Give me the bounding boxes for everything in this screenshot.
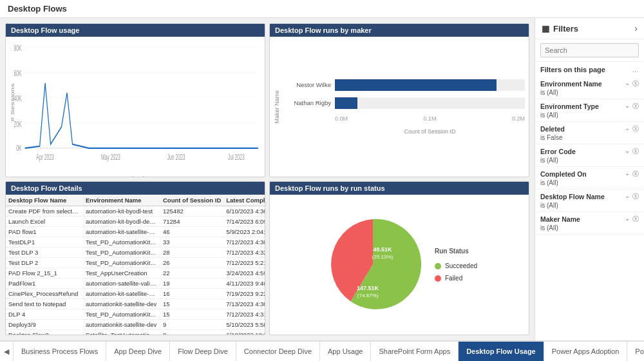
filter-item-name: Environment Name — [540, 80, 602, 88]
table-cell-1: automation-kit-satellite-dev — [83, 227, 160, 237]
filter-clear-icon[interactable]: Ⓧ — [632, 147, 639, 156]
details-table-container[interactable]: Desktop Flow Name Environment Name Count… — [6, 195, 265, 335]
filter-expand-icon[interactable]: ⌄ — [625, 79, 630, 88]
filter-clear-icon[interactable]: Ⓧ — [632, 170, 639, 179]
filter-item-controls[interactable]: ⌄ Ⓧ — [625, 170, 639, 179]
tab-app-usage[interactable]: App Usage — [320, 342, 371, 361]
table-cell-0: Create PDF from selected PDF page(s) - C… — [6, 206, 83, 217]
filter-item-value: is (All) — [540, 224, 639, 231]
tab-sharepoint-form-apps[interactable]: SharePoint Form Apps — [371, 342, 459, 361]
filter-item[interactable]: Maker Name ⌄ Ⓧ is (All) — [535, 212, 644, 235]
filter-item-controls[interactable]: ⌄ Ⓧ — [625, 215, 639, 224]
table-cell-2: 22 — [160, 268, 223, 278]
tab-power-apps-adoption[interactable]: Power Apps Adoption — [544, 342, 628, 361]
svg-text:Jul 2023: Jul 2023 — [228, 153, 245, 162]
table-row: CinePlex_ProcessRefundautomation-kit-sat… — [6, 289, 265, 299]
tab-desktop-flow-usage[interactable]: Desktop Flow Usage — [459, 342, 544, 361]
filter-item[interactable]: Completed On ⌄ Ⓧ is (All) — [535, 167, 644, 190]
filter-item-value: is (All) — [540, 112, 639, 119]
legend-dot-failed — [435, 275, 441, 282]
table-row: Send text to Notepadautomationkit-satell… — [6, 299, 265, 309]
filters-close-button[interactable]: › — [634, 23, 638, 34]
table-cell-0: Send text to Notepad — [6, 299, 83, 309]
col-flow-name: Desktop Flow Name — [6, 195, 83, 206]
table-cell-0: PAD flow1 — [6, 227, 83, 237]
filter-item-header: Deleted ⌄ Ⓧ — [540, 124, 639, 133]
filter-item[interactable]: Environment Type ⌄ Ⓧ is (All) — [535, 99, 644, 122]
tab-app-deep-dive[interactable]: App Deep Dive — [106, 342, 170, 361]
filter-expand-icon[interactable]: ⌄ — [625, 192, 630, 201]
filter-item[interactable]: Environment Name ⌄ Ⓧ is (All) — [535, 77, 644, 99]
svg-text:Apr 2023: Apr 2023 — [36, 153, 53, 162]
table-cell-0: Deploy3/9 — [6, 320, 83, 330]
filter-item[interactable]: Error Code ⌄ Ⓧ is (All) — [535, 144, 644, 167]
filter-item-header: Error Code ⌄ Ⓧ — [540, 147, 639, 156]
tab-power[interactable]: Power — [627, 342, 644, 361]
filter-expand-icon[interactable]: ⌄ — [625, 102, 630, 111]
filter-item[interactable]: Desktop Flow Name ⌄ Ⓧ is (All) — [535, 190, 644, 212]
table-cell-2: 28 — [160, 248, 223, 258]
tab-nav-left[interactable]: ◀ — [0, 342, 14, 361]
svg-text:0K: 0K — [16, 144, 22, 153]
table-cell-3: 7/12/2023 4:31:16 AM — [223, 309, 265, 320]
filter-item-controls[interactable]: ⌄ Ⓧ — [625, 124, 639, 133]
table-cell-2: 33 — [160, 237, 223, 248]
filters-on-this-page-section: Filters on this page … — [535, 62, 644, 75]
filter-clear-icon[interactable]: Ⓧ — [632, 192, 639, 201]
col-session-count: Count of Session ID — [160, 195, 223, 206]
filter-clear-icon[interactable]: Ⓧ — [632, 79, 639, 88]
dashboard: Desktop Flow usage 80K 60K 40K 20K 0K — [0, 18, 535, 340]
filter-item-name: Environment Type — [540, 102, 599, 110]
filter-expand-icon[interactable]: ⌄ — [625, 215, 630, 224]
table-cell-1: automationkit-satellite-dev — [83, 320, 160, 330]
table-cell-2: 125482 — [160, 206, 223, 217]
table-cell-2: 26 — [160, 258, 223, 268]
table-cell-1: automationkit-satellite-dev — [83, 299, 160, 309]
table-cell-0: Desktop Flow2 — [6, 330, 83, 335]
svg-text:Jun 2023: Jun 2023 — [167, 153, 185, 162]
filter-expand-icon[interactable]: ⌄ — [625, 124, 630, 133]
filter-item-controls[interactable]: ⌄ Ⓧ — [625, 192, 639, 201]
table-cell-1: Test_PD_AutomationKit_Satellite — [83, 258, 160, 268]
pie-chart-wrapper: 49.51K (25.13%) 147.51K (74.87%) — [321, 213, 424, 317]
filters-list: Environment Name ⌄ Ⓧ is (All) Environmen… — [535, 75, 644, 340]
tab-connector-deep-dive[interactable]: Connector Deep Dive — [236, 342, 320, 361]
filter-expand-icon[interactable]: ⌄ — [625, 147, 630, 156]
pie-chart-svg: 49.51K (25.13%) 147.51K (74.87%) — [321, 213, 424, 316]
svg-text:80K: 80K — [14, 44, 22, 53]
filters-section-more[interactable]: … — [632, 66, 639, 73]
usage-chart-card: Desktop Flow usage 80K 60K 40K 20K 0K — [5, 23, 265, 177]
filter-item-controls[interactable]: ⌄ Ⓧ — [625, 79, 639, 88]
filter-clear-icon[interactable]: Ⓧ — [632, 124, 639, 133]
filters-title-label: Filters — [553, 24, 578, 34]
filter-item-header: Completed On ⌄ Ⓧ — [540, 170, 639, 179]
svg-text:May 2023: May 2023 — [101, 153, 120, 162]
tab-flow-deep-dive[interactable]: Flow Deep Dive — [170, 342, 236, 361]
maker-x-tick-2: 0.2M — [512, 115, 525, 122]
maker-x-label: Count of Session ID — [283, 128, 525, 135]
filters-header: ▦ Filters › — [535, 18, 644, 39]
maker-x-ticks: 0.0M 0.1M 0.2M — [283, 115, 525, 122]
table-row: PAD Flow 2_15_1Test_AppUserCreation223/2… — [6, 268, 265, 278]
table-row: DLP 4Test_PD_AutomationKit_Satellite157/… — [6, 309, 265, 320]
maker-x-tick-1: 0.1M — [423, 115, 436, 122]
filter-clear-icon[interactable]: Ⓧ — [632, 215, 639, 224]
filter-item-header: Environment Type ⌄ Ⓧ — [540, 102, 639, 111]
table-cell-3: 5/10/2023 5:58:05 AM — [223, 320, 265, 330]
filter-expand-icon[interactable]: ⌄ — [625, 170, 630, 179]
tab-business-process-flows[interactable]: Business Process Flows — [14, 342, 106, 361]
filter-item-controls[interactable]: ⌄ Ⓧ — [625, 102, 639, 111]
filter-item-controls[interactable]: ⌄ Ⓧ — [625, 147, 639, 156]
table-cell-0: Test DLP 3 — [6, 248, 83, 258]
tabs-container: Business Process FlowsApp Deep DiveFlow … — [14, 342, 644, 361]
svg-text:# Sessions: # Sessions — [10, 83, 15, 121]
col-env-name: Environment Name — [83, 195, 160, 206]
table-row: Test DLP 2Test_PD_AutomationKit_Satellit… — [6, 258, 265, 268]
table-cell-3: 5/9/2023 2:04:44 PM — [223, 227, 265, 237]
table-cell-3: 7/12/2023 5:21:34 AM — [223, 258, 265, 268]
table-row: PadFlow1automation-satellite-validation1… — [6, 278, 265, 289]
filter-item[interactable]: Deleted ⌄ Ⓧ is False — [535, 122, 644, 144]
filter-clear-icon[interactable]: Ⓧ — [632, 102, 639, 111]
filters-search-input[interactable] — [540, 43, 639, 57]
filter-item-name: Deleted — [540, 125, 565, 133]
